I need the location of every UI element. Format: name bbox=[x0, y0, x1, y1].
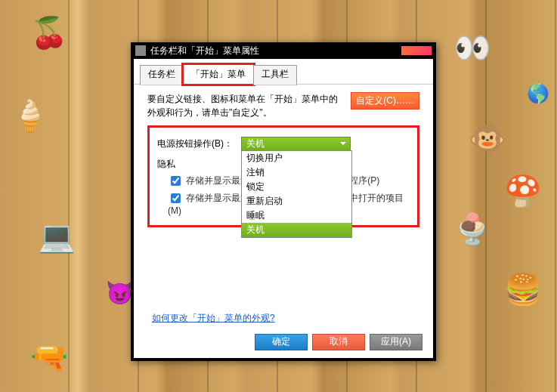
tab-start-menu[interactable]: 「开始」菜单 bbox=[183, 64, 254, 85]
window-title: 任务栏和「开始」菜单属性 bbox=[150, 45, 401, 57]
option-lock[interactable]: 锁定 bbox=[242, 180, 351, 194]
combo-selected[interactable]: 关机 bbox=[241, 137, 351, 152]
help-link[interactable]: 如何更改「开始」菜单的外观? bbox=[152, 312, 275, 325]
tab-taskbar[interactable]: 任务栏 bbox=[140, 65, 184, 85]
highlighted-section: 电源按钮操作(B)： 关机 切换用户 注销 锁定 重新启动 睡眠 关机 隐私 bbox=[147, 125, 419, 227]
option-restart[interactable]: 重新启动 bbox=[242, 194, 351, 208]
option-shutdown[interactable]: 关机 bbox=[242, 223, 351, 237]
option-sleep[interactable]: 睡眠 bbox=[242, 208, 351, 223]
tab-toolbars[interactable]: 工具栏 bbox=[253, 65, 297, 85]
option-logoff[interactable]: 注销 bbox=[242, 165, 351, 180]
titlebar[interactable]: 任务栏和「开始」菜单属性 bbox=[131, 42, 436, 59]
close-button[interactable] bbox=[401, 46, 432, 55]
cancel-button[interactable]: 取消 bbox=[312, 334, 365, 350]
description-text: 要自定义链接、图标和菜单在「开始」菜单中的外观和行为，请单击"自定义"。 bbox=[147, 92, 344, 119]
combo-dropdown: 切换用户 注销 锁定 重新启动 睡眠 关机 bbox=[241, 150, 352, 238]
properties-dialog: 任务栏和「开始」菜单属性 任务栏 「开始」菜单 工具栏 要自定义链接、图标和菜单… bbox=[131, 42, 436, 361]
dialog-body: 任务栏 「开始」菜单 工具栏 要自定义链接、图标和菜单在「开始」菜单中的外观和行… bbox=[134, 59, 433, 358]
option-switch-user[interactable]: 切换用户 bbox=[242, 151, 351, 165]
checkbox-recent-programs[interactable] bbox=[171, 176, 181, 186]
customize-button[interactable]: 自定义(C)…… bbox=[351, 92, 419, 110]
power-action-label: 电源按钮操作(B)： bbox=[157, 137, 233, 150]
power-action-combo[interactable]: 关机 切换用户 注销 锁定 重新启动 睡眠 关机 bbox=[241, 137, 351, 152]
dialog-buttons: 确定 取消 应用(A) bbox=[255, 334, 422, 350]
ok-button[interactable]: 确定 bbox=[255, 334, 308, 350]
apply-button[interactable]: 应用(A) bbox=[370, 334, 422, 350]
tab-strip: 任务栏 「开始」菜单 工具栏 bbox=[134, 59, 433, 85]
window-icon bbox=[135, 45, 146, 56]
checkbox-recent-items[interactable] bbox=[171, 193, 181, 203]
